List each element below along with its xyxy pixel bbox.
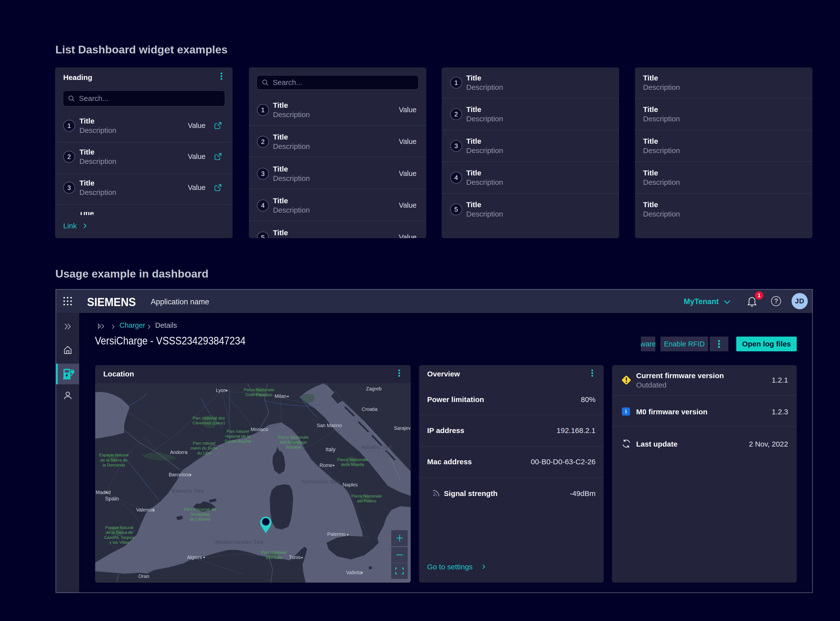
svg-text:Parc National: Parc National xyxy=(261,550,287,555)
svg-text:Barcelona: Barcelona xyxy=(169,472,191,477)
svg-text:Croatia: Croatia xyxy=(362,406,378,412)
svg-text:Cazorla, Segura: Cazorla, Segura xyxy=(104,535,134,540)
svg-text:Mediterranean Sea: Mediterranean Sea xyxy=(215,539,263,545)
svg-text:Palermo: Palermo xyxy=(327,532,346,537)
svg-text:Balearic Sea: Balearic Sea xyxy=(172,488,204,494)
svg-text:Toscano: Toscano xyxy=(286,445,301,450)
svg-text:Cévennes (cœur): Cévennes (cœur) xyxy=(193,421,225,426)
svg-text:marin du Golfe: marin du Golfe xyxy=(190,446,218,450)
svg-text:Spain: Spain xyxy=(105,495,119,502)
svg-text:de Cabrera: de Cabrera xyxy=(189,517,210,522)
svg-text:dell'Arcipelago: dell'Arcipelago xyxy=(280,440,307,445)
svg-text:Andorra: Andorra xyxy=(170,450,187,455)
svg-text:Tyrrhenian Sea: Tyrrhenian Sea xyxy=(301,479,340,485)
svg-text:Parc Nacional de: Parc Nacional de xyxy=(184,507,216,512)
svg-text:d'El Kala: d'El Kala xyxy=(266,555,282,560)
svg-text:Monaco: Monaco xyxy=(251,427,268,432)
svg-text:Parco Nazionale: Parco Nazionale xyxy=(351,494,382,498)
svg-text:Rome: Rome xyxy=(319,462,332,468)
svg-text:Parc naturel: Parc naturel xyxy=(227,429,249,434)
svg-text:l'Arxipèlag: l'Arxipèlag xyxy=(190,512,210,516)
svg-text:Parco Nazionale: Parco Nazionale xyxy=(337,457,368,462)
svg-text:del Pollino: del Pollino xyxy=(357,499,376,503)
svg-text:Parc naturel: Parc naturel xyxy=(193,441,215,445)
svg-text:du Lion: du Lion xyxy=(197,451,211,456)
svg-text:régional de la: régional de la xyxy=(225,434,251,439)
svg-text:Madrid: Madrid xyxy=(96,489,111,495)
svg-text:Parque Natural: Parque Natural xyxy=(105,525,133,530)
svg-text:Zagreb: Zagreb xyxy=(366,386,381,391)
svg-text:Valencia: Valencia xyxy=(136,507,155,512)
svg-text:Italy: Italy xyxy=(326,446,335,453)
svg-text:Adriatic Sea: Adriatic Sea xyxy=(361,444,392,450)
svg-text:Algiers: Algiers xyxy=(187,554,202,560)
svg-text:Milan: Milan xyxy=(275,394,287,399)
svg-text:Parco Nazionale: Parco Nazionale xyxy=(244,388,274,392)
svg-text:y las Villas: y las Villas xyxy=(109,540,129,545)
svg-text:Sainte-Baume: Sainte-Baume xyxy=(225,439,251,444)
svg-text:Naples: Naples xyxy=(343,482,358,488)
svg-text:San Marino: San Marino xyxy=(317,423,342,428)
svg-text:la Demanda: la Demanda xyxy=(103,463,125,468)
svg-text:Gran Paradiso: Gran Paradiso xyxy=(245,392,272,397)
svg-text:Tunis: Tunis xyxy=(289,554,301,560)
svg-text:Parco Nazionale: Parco Nazionale xyxy=(278,435,309,440)
svg-text:Sarajev: Sarajev xyxy=(394,426,411,431)
svg-text:de la Sierra de: de la Sierra de xyxy=(100,458,128,462)
svg-text:della Majella: della Majella xyxy=(341,462,364,467)
svg-text:Valletta: Valletta xyxy=(346,570,362,575)
svg-text:Parc national des: Parc national des xyxy=(193,416,225,421)
svg-text:Lyon: Lyon xyxy=(216,388,227,393)
svg-text:Oran: Oran xyxy=(139,574,149,579)
svg-text:Espacio Natural: Espacio Natural xyxy=(99,453,128,457)
svg-text:de la Sierra de: de la Sierra de xyxy=(106,530,133,535)
